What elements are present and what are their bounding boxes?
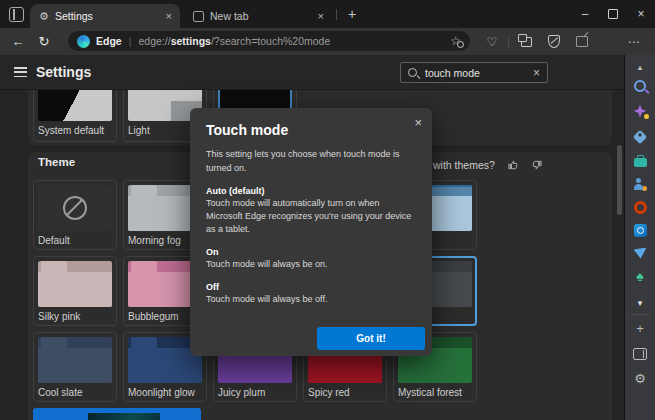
tile-label: Spicy red: [308, 387, 382, 398]
sidebar-tools-briefcase-icon[interactable]: [625, 152, 655, 170]
dialog-close-icon[interactable]: ×: [414, 115, 422, 130]
refresh-button[interactable]: ↻: [32, 28, 56, 55]
settings-favicon-gear-icon: ⚙: [39, 11, 49, 22]
sidebar-search-icon[interactable]: [625, 77, 655, 95]
sidebar-add-button[interactable]: +: [625, 319, 655, 337]
tile-label: Juicy plum: [218, 387, 292, 398]
theme-tile-cool-slate[interactable]: Cool slate: [33, 332, 117, 402]
title-bar: ⚙ Settings × New tab × + – ×: [0, 0, 655, 28]
tile-label: Mystical forest: [398, 387, 472, 398]
theme-section-heading: Theme: [38, 156, 75, 168]
tab-new-tab[interactable]: New tab ×: [184, 4, 332, 28]
feedback-text: with themes?: [433, 159, 495, 171]
maximize-button[interactable]: [599, 0, 627, 28]
menu-hamburger-icon[interactable]: [14, 67, 27, 80]
sidebar-microsoft-365-icon[interactable]: [625, 198, 655, 216]
appearance-tile-system-default[interactable]: System default: [33, 90, 117, 142]
tile-label: System default: [38, 125, 112, 136]
sidebar-shopping-tag-icon[interactable]: [625, 128, 655, 146]
performance-heart-icon[interactable]: ♡: [480, 28, 504, 55]
sidebar-discover-icon[interactable]: [625, 102, 655, 120]
tab-close-icon[interactable]: ×: [318, 10, 324, 22]
tab-settings[interactable]: ⚙ Settings ×: [30, 4, 180, 28]
search-icon: [408, 68, 417, 77]
tile-preview: [38, 337, 112, 383]
back-button[interactable]: ←: [6, 28, 30, 55]
sidebar-drop-icon[interactable]: [625, 244, 655, 262]
window-controls: – ×: [571, 0, 655, 28]
theme-tile-silky-pink[interactable]: Silky pink: [33, 256, 117, 326]
dialog-section-body: Touch mode will always be on.: [206, 258, 416, 271]
sidebar-panel-toggle-icon[interactable]: [625, 345, 655, 363]
address-bar[interactable]: Edge | edge://settings/?search=touch%20m…: [68, 31, 470, 51]
browser-essentials-icon[interactable]: [542, 28, 566, 55]
sidebar-scroll-down-icon[interactable]: ▾: [625, 294, 655, 312]
sidebar-games-icon[interactable]: [625, 175, 655, 193]
dialog-section-heading: Off: [206, 282, 416, 292]
tab-label: New tab: [210, 10, 249, 22]
edge-badge-label: Edge: [96, 35, 122, 47]
theme-tile-default[interactable]: Default: [33, 180, 117, 250]
no-theme-icon: [63, 196, 87, 220]
got-it-button[interactable]: Got it!: [317, 327, 425, 350]
close-window-button[interactable]: ×: [627, 0, 655, 28]
share-icon[interactable]: [570, 28, 594, 55]
touch-mode-dialog: × Touch mode This setting lets you choos…: [190, 108, 432, 356]
dialog-title: Touch mode: [206, 122, 416, 138]
dialog-intro: This setting lets you choose when touch …: [206, 148, 416, 175]
tab-close-icon[interactable]: ×: [166, 10, 172, 22]
minimize-button[interactable]: –: [571, 0, 599, 28]
sidebar-settings-gear-icon[interactable]: ⚙: [625, 369, 655, 387]
theme-feedback: with themes?: [433, 159, 543, 171]
browser-toolbar: ← ↻ Edge | edge://settings/?search=touch…: [0, 28, 655, 55]
tile-preview: [38, 185, 112, 231]
sidebar-divider: [631, 314, 649, 315]
tab-divider: [336, 9, 337, 20]
tile-label: Cool slate: [38, 387, 112, 398]
content-scrollbar[interactable]: [616, 90, 624, 420]
maximize-icon: [608, 9, 618, 19]
new-tab-button[interactable]: +: [343, 5, 361, 23]
tile-label: Silky pink: [38, 311, 112, 322]
thumbs-up-icon[interactable]: [507, 159, 519, 171]
dialog-section-body: Touch mode will automatically turn on wh…: [206, 197, 416, 236]
search-value: touch mode: [425, 67, 480, 79]
address-divider: |: [129, 35, 132, 47]
tile-preview: [38, 90, 112, 121]
sidebar-outlook-icon[interactable]: [625, 221, 655, 239]
tile-label: Moonlight glow: [128, 387, 202, 398]
sidebar-scroll-up-icon[interactable]: ▴: [625, 58, 655, 76]
settings-search-input[interactable]: touch mode ×: [400, 62, 548, 83]
partial-theme-tile[interactable]: [33, 408, 201, 420]
dialog-section-heading: Auto (default): [206, 186, 416, 196]
collections-icon[interactable]: [514, 28, 538, 55]
dialog-section-body: Touch mode will always be off.: [206, 293, 416, 306]
sidebar-tree-game-icon[interactable]: ♠: [625, 267, 655, 285]
edge-logo-icon: [77, 35, 90, 48]
tab-label: Settings: [55, 10, 93, 22]
more-menu-button[interactable]: ⋯: [622, 28, 646, 55]
dialog-section-heading: On: [206, 247, 416, 257]
thumbs-down-icon[interactable]: [531, 159, 543, 171]
page-favicon-icon: [193, 11, 204, 22]
scrollbar-thumb[interactable]: [617, 145, 622, 215]
tab-actions-icon[interactable]: [9, 7, 24, 22]
url-text: edge://settings/?search=touch%20mode: [139, 35, 331, 47]
tile-preview: [38, 261, 112, 307]
page-title: Settings: [36, 64, 91, 80]
edge-sidebar: ▴ ♠ ▾ + ⚙: [624, 55, 655, 420]
tile-label: Default: [38, 235, 112, 246]
tile-image: [88, 413, 160, 420]
toolbar-divider: [508, 36, 509, 48]
clear-search-icon[interactable]: ×: [533, 66, 540, 80]
favorites-star-icon[interactable]: ☆: [450, 35, 461, 47]
settings-header: Settings touch mode ×: [0, 55, 624, 90]
